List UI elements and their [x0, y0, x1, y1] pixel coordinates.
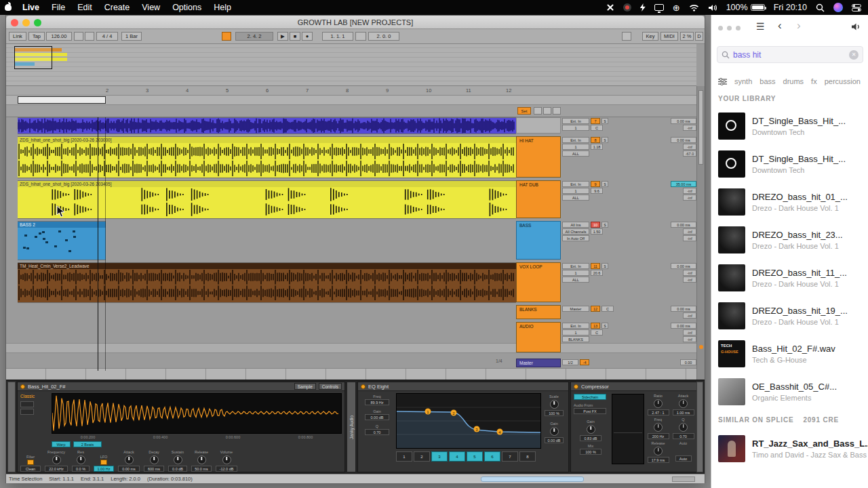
master-volume-box[interactable]: -4 [580, 359, 589, 365]
input-channel[interactable]: 1 [562, 144, 589, 150]
audio-clip-hihat-1[interactable]: ZDS_hihat_one_shot_big [2020-03-26 20300… [18, 136, 516, 178]
pan-field[interactable]: C [591, 125, 603, 131]
output-routing[interactable]: ALL [562, 150, 589, 157]
band-q-field[interactable]: 0.70 [365, 429, 389, 435]
send-b-field[interactable]: -67.0 [683, 150, 696, 157]
comp-gain-knob[interactable] [587, 425, 595, 434]
tap-tempo-button[interactable]: Tap [28, 32, 45, 41]
sidechain-source-menu[interactable]: Post FX [574, 408, 606, 414]
monitor-switch[interactable]: In Auto Off [562, 235, 589, 241]
send-b-field[interactable]: -inf [683, 235, 696, 241]
release-value[interactable]: 17.9 ms [648, 457, 669, 463]
solo-button[interactable]: S [601, 263, 608, 269]
globe-icon[interactable]: ⊕ [673, 3, 680, 12]
play-button[interactable]: ▶ [277, 32, 288, 41]
sample-list-item[interactable]: RT_Jazz_Sax_and_Bass_L...Timo and David … [711, 430, 868, 468]
tag-drums[interactable]: drums [783, 77, 804, 85]
frequency-knob[interactable] [52, 455, 61, 464]
input-channel[interactable]: 1 [562, 270, 589, 276]
release-value[interactable]: 50.0 ms [191, 466, 212, 472]
sample-thumbnail[interactable] [718, 302, 745, 329]
output-gain-knob[interactable] [550, 427, 559, 436]
band-3-button[interactable]: 3 [431, 451, 448, 462]
playback-mode-tab[interactable]: Classic [20, 394, 50, 399]
volume-value[interactable]: -12.0 dB [216, 466, 237, 472]
loop-toggle[interactable] [355, 32, 366, 41]
splice-window-controls[interactable] [718, 26, 741, 30]
track-number-box[interactable]: 11 [591, 263, 600, 269]
set-locator-button[interactable]: Set [517, 107, 531, 115]
tempo-field[interactable]: 126.00 [46, 32, 72, 41]
rack-vertical-label[interactable]: Janky Audio [347, 382, 356, 472]
sample-list-item[interactable]: DREZO_bass_hit_23...Drezo - Dark House V… [711, 221, 868, 259]
send-a-field[interactable]: -inf [683, 312, 696, 319]
tag-synth[interactable]: synth [734, 77, 752, 85]
auto-release-toggle[interactable]: Auto [675, 455, 692, 462]
sustain-value[interactable]: 0.0 dB [168, 466, 187, 472]
stop-button[interactable]: ■ [290, 32, 300, 41]
track-name-block[interactable]: BASS [516, 221, 561, 260]
device-on-toggle[interactable] [574, 384, 578, 389]
master-send-field[interactable]: 0.00 [680, 359, 696, 365]
quantize-menu[interactable]: 1 Bar [121, 32, 142, 41]
window-titlebar[interactable]: GROWTH LAB [NEW PROJECTS] [6, 16, 705, 29]
marker-prev-button[interactable] [534, 107, 542, 115]
pan-field[interactable]: 1.18 [591, 144, 603, 150]
filter-icon[interactable] [718, 78, 727, 85]
bolt-icon[interactable] [640, 3, 646, 12]
tab-controls[interactable]: Controls [319, 383, 342, 390]
record-button[interactable]: ● [302, 32, 313, 41]
solo-button[interactable]: S [601, 222, 608, 228]
spotlight-search-icon[interactable] [816, 3, 825, 12]
track-number-box[interactable]: 13 [591, 323, 600, 329]
compressor-titlebar[interactable]: Compressor [571, 382, 697, 391]
attack-knob[interactable] [679, 399, 688, 408]
menu-options[interactable]: Options [166, 0, 208, 15]
comp-mix-value[interactable]: 100 % [580, 449, 601, 455]
ratio-knob[interactable] [654, 399, 663, 408]
tag-percussion[interactable]: percussion [825, 77, 861, 85]
beat-time-ruler[interactable]: 2 3 4 5 6 7 8 9 10 11 12 [6, 86, 696, 96]
midi-map-button[interactable]: MIDI [660, 32, 678, 41]
send-b-field[interactable]: -inf [683, 277, 696, 283]
track-delay-field[interactable]: 0.00 ms [671, 137, 696, 143]
menu-help[interactable]: Help [208, 0, 237, 15]
track-number-box[interactable]: 12 [591, 306, 600, 312]
release-knob[interactable] [197, 455, 206, 464]
track-delay-field[interactable]: 0.00 ms [671, 323, 696, 329]
track-name-block[interactable]: HI HAT [516, 136, 561, 178]
input-routing[interactable]: Ext. In [562, 118, 589, 124]
sample-list-item[interactable]: DREZO_bass_hit_01_...Drezo - Dark House … [711, 183, 868, 221]
key-map-button[interactable]: Key [642, 32, 658, 41]
mode-icon-button[interactable] [20, 401, 34, 407]
siri-icon[interactable] [833, 3, 843, 12]
sample-list-item[interactable]: DT_Single_Bass_Hit_...Downtown Tech [711, 107, 868, 145]
pan-field[interactable]: 20.6 [591, 270, 603, 276]
freq-knob[interactable] [654, 423, 663, 432]
send-a-field[interactable]: -inf [683, 329, 696, 336]
time-signature-field[interactable]: 4 / 4 [96, 32, 118, 41]
comp-gain-value[interactable]: 0.83 dB [580, 435, 601, 441]
track-name-block[interactable]: HAT DUB [516, 180, 561, 218]
loop-start-field[interactable]: 1. 1. 1 [322, 32, 353, 41]
menu-edit[interactable]: Edit [71, 0, 98, 15]
track-name-block[interactable] [516, 117, 561, 134]
audio-clip-hihat-2[interactable]: ZDS_hihat_one_shot_big [2020-03-26 20340… [18, 180, 516, 219]
tag-bass[interactable]: bass [760, 77, 775, 85]
pan-field[interactable]: C [601, 306, 614, 312]
search-input[interactable] [733, 50, 835, 60]
output-routing[interactable]: Master [562, 306, 589, 312]
output-routing[interactable]: ALL [562, 195, 589, 201]
search-bar[interactable]: ✕ [717, 46, 863, 63]
freq-value[interactable]: 200 Hz [648, 433, 669, 439]
sample-thumbnail[interactable] [718, 226, 745, 253]
decay-knob[interactable] [150, 455, 159, 464]
input-channel[interactable]: 1 [562, 329, 589, 336]
sample-list-item[interactable]: DREZO_bass_hit_11_...Drezo - Dark House … [711, 259, 868, 297]
send-b-field[interactable]: -inf [683, 336, 696, 342]
solo-button[interactable]: S [601, 118, 608, 124]
track-number-box[interactable]: 10 [591, 222, 600, 228]
arrangement-overview[interactable] [6, 44, 696, 86]
sample-thumbnail[interactable] [718, 188, 745, 216]
warp-button[interactable]: Warp [52, 441, 71, 447]
